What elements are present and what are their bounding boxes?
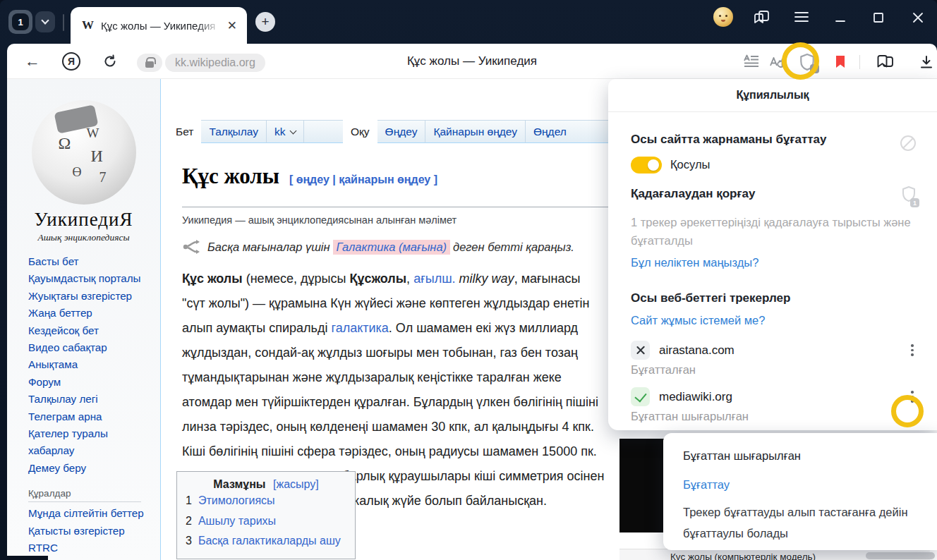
site-security-button[interactable] bbox=[137, 54, 162, 72]
article-tab-label: Талқылау bbox=[209, 126, 258, 138]
tracker-domain: airastana.com bbox=[659, 343, 895, 358]
article-tab[interactable]: Бет bbox=[168, 120, 201, 143]
sidebar-tool-item[interactable]: Қатысты өзгерістер bbox=[28, 523, 154, 540]
kebab-menu-icon[interactable] bbox=[905, 387, 920, 406]
kebab-dot bbox=[911, 400, 914, 403]
sidebar-item[interactable]: Жаңа беттер bbox=[28, 305, 154, 322]
wikipedia-tagline: Ашық энциклопедиясы bbox=[7, 232, 160, 243]
window-close-button[interactable] bbox=[909, 8, 927, 27]
url-field[interactable]: kk.wikipedia.org bbox=[165, 54, 265, 72]
tab-group-button[interactable]: 1 bbox=[8, 10, 32, 34]
article-tab-label: Бет bbox=[176, 126, 193, 138]
globe-glyph: Ω bbox=[59, 134, 71, 153]
menu-item-current-state[interactable]: Бұғаттан шығарылған bbox=[683, 448, 923, 463]
article-title: Құс жолы[ өңдеу | қайнарын өңдеу ] bbox=[182, 164, 437, 189]
globe-glyph: 7 bbox=[99, 169, 107, 185]
tab-group-count-badge: 1 bbox=[12, 13, 29, 30]
toc-hide-link[interactable]: [жасыру] bbox=[273, 478, 319, 490]
toc-link[interactable]: Этимологиясы bbox=[198, 491, 275, 511]
bookmark-flag-icon bbox=[834, 55, 847, 69]
sidebar-item[interactable]: Демеу беру bbox=[28, 460, 154, 477]
article-tab[interactable]: Талқылау bbox=[201, 120, 267, 143]
minimize-button[interactable] bbox=[831, 8, 850, 27]
toc-number: 3 bbox=[186, 531, 192, 552]
reload-button[interactable] bbox=[100, 51, 120, 71]
kebab-dot bbox=[911, 391, 914, 394]
sidebar-item[interactable]: Анықтама bbox=[28, 356, 154, 373]
tab-group-chevron-button[interactable] bbox=[35, 11, 55, 32]
sidebar-item[interactable]: Қателер туралы хабарлау bbox=[28, 425, 154, 460]
privacy-shield-button[interactable]: 1 bbox=[798, 53, 816, 71]
tracker-domain: mediawiki.org bbox=[659, 390, 895, 404]
browser-tab-active[interactable]: W Құс жолы — Уикипедия ✕ bbox=[71, 7, 247, 44]
article-tab-label: Қайнарын өңдеу bbox=[433, 126, 517, 138]
trackers-section-title: Осы веб-беттегі трекерлер bbox=[631, 291, 790, 305]
menu-item-block[interactable]: Бұғаттау bbox=[683, 478, 923, 492]
kebab-menu-icon[interactable] bbox=[905, 341, 920, 360]
tab-strip: 1 W Құс жолы — Уикипедия ✕ + bbox=[0, 0, 937, 44]
address-toolbar: Құс жолы — Уикипедия ← Я kk.wikipedia.or… bbox=[7, 44, 937, 79]
article-tab[interactable]: kk bbox=[267, 120, 304, 143]
chevron-down-icon bbox=[41, 16, 49, 24]
back-button[interactable]: ← bbox=[21, 51, 44, 72]
profile-avatar[interactable] bbox=[713, 7, 733, 27]
article-tab[interactable]: Қайнарын өңдеу bbox=[425, 120, 526, 143]
hatnote: Басқа мағыналар үшін Галактика (мағына) … bbox=[182, 239, 574, 255]
article-tab-label: Өңдеу bbox=[385, 126, 418, 138]
tracking-shield-icon: 1 bbox=[902, 186, 916, 205]
tracker-row: airastana.comБұғатталған bbox=[631, 341, 920, 377]
tracker-status: Бұғаттан шығарылған bbox=[631, 410, 895, 423]
article-link[interactable]: ағылш. bbox=[413, 272, 455, 286]
hatnote-link[interactable]: Галактика (мағына) bbox=[333, 240, 450, 255]
article-tab[interactable]: Оқу bbox=[343, 120, 377, 143]
reload-icon bbox=[102, 54, 118, 69]
close-icon bbox=[910, 10, 926, 25]
toc-title: Мазмұны bbox=[213, 478, 265, 490]
article-tab[interactable]: Өңдеу bbox=[377, 120, 426, 143]
tab-close-icon[interactable]: ✕ bbox=[224, 18, 240, 33]
translate-button[interactable] bbox=[769, 53, 787, 71]
sidebar-item[interactable]: Қауымдастық порталы bbox=[28, 270, 154, 287]
toc-link[interactable]: Басқа галактикаларды ашу bbox=[198, 531, 341, 552]
site-broken-link[interactable]: Сайт жұмыс істемей ме? bbox=[631, 314, 765, 327]
tracking-description: 1 трекер әрекеттеріңізді қадағалауға тыр… bbox=[631, 213, 920, 250]
bookmark-button[interactable] bbox=[831, 53, 850, 71]
lock-icon bbox=[145, 61, 154, 68]
downloads-button[interactable] bbox=[917, 53, 936, 71]
tracker-context-menu: Бұғаттан шығарылған Бұғаттау Трекер бұға… bbox=[663, 433, 937, 550]
sidebar-item[interactable]: Форум bbox=[28, 374, 154, 391]
download-icon bbox=[919, 54, 934, 70]
article-link[interactable]: галактика bbox=[331, 321, 388, 335]
sidebar-tools-heading: Құралдар bbox=[28, 488, 141, 502]
yandex-button[interactable]: Я bbox=[62, 52, 80, 71]
privacy-panel: Құпиялылық Осы сайтта жарнаманы бұғаттау… bbox=[608, 79, 937, 430]
reader-mode-button[interactable] bbox=[742, 53, 761, 71]
wikipedia-globe-logo[interactable]: Ω W И Ө 7 bbox=[32, 100, 136, 205]
browser-window: 1 W Құс жолы — Уикипедия ✕ + bbox=[0, 0, 937, 560]
new-tab-button[interactable]: + bbox=[255, 12, 275, 32]
sidebar-tools: Мұнда сілтейтін беттерҚатысты өзгерістер… bbox=[28, 505, 154, 560]
why-important-link[interactable]: Бұл неліктен маңызды? bbox=[631, 256, 758, 269]
adblock-toggle[interactable] bbox=[631, 157, 662, 174]
toc-link[interactable]: Ашылу тарихы bbox=[198, 511, 276, 532]
tracking-shield-badge: 1 bbox=[910, 198, 919, 207]
side-panels-button[interactable] bbox=[752, 7, 772, 27]
tracking-section-title: Қадағалаудан қорғау bbox=[631, 187, 755, 201]
sidebar-tool-item[interactable]: Мұнда сілтейтін беттер bbox=[28, 505, 154, 522]
sidebar-tool-item[interactable]: RTRC bbox=[28, 540, 154, 556]
collections-icon bbox=[876, 54, 895, 71]
sidebar-item[interactable]: Видео сабақтар bbox=[28, 339, 154, 356]
menu-button[interactable] bbox=[792, 7, 811, 27]
globe-glyph: И bbox=[91, 147, 103, 166]
sidebar-item[interactable]: Талқылау легі bbox=[28, 391, 154, 408]
edit-links[interactable]: [ өңдеу | қайнарын өңдеу ] bbox=[289, 174, 437, 185]
toc-header: Мазмұны [жасыру] bbox=[186, 478, 346, 491]
sidebar-item[interactable]: Телеграм арна bbox=[28, 408, 154, 425]
sidebar-item[interactable]: Кездейсоқ бет bbox=[28, 322, 154, 339]
hatnote-post: деген бетті қараңыз. bbox=[453, 241, 574, 254]
sidebar-item[interactable]: Жуықтағы өзгерістер bbox=[28, 288, 154, 305]
maximize-button[interactable] bbox=[869, 8, 888, 27]
sidebar-item[interactable]: Басты бет bbox=[28, 253, 154, 270]
horizontal-scrollbar-thumb[interactable] bbox=[866, 552, 935, 559]
collections-button[interactable] bbox=[876, 53, 895, 71]
